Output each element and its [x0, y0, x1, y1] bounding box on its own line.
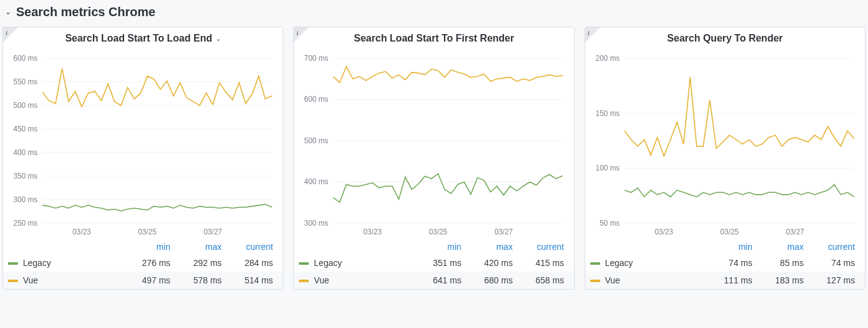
- panel-load-start-to-end: iSearch Load Start To Load End⌄250 ms300…: [2, 27, 283, 290]
- legend-swatch: [8, 262, 18, 265]
- svg-text:600 ms: 600 ms: [14, 54, 38, 63]
- svg-text:03/27: 03/27: [786, 228, 804, 236]
- chart-area[interactable]: 50 ms100 ms150 ms200 ms03/2303/2503/27: [585, 50, 865, 238]
- svg-text:03/23: 03/23: [73, 228, 91, 236]
- legend-value: 74 ms: [711, 254, 763, 272]
- svg-text:450 ms: 450 ms: [14, 125, 38, 133]
- panel-row: iSearch Load Start To Load End⌄250 ms300…: [0, 27, 868, 292]
- panel-query-to-render: iSearch Query To Render50 ms100 ms150 ms…: [585, 27, 866, 290]
- legend-series-label: Vue: [23, 275, 38, 285]
- legend-value: 514 ms: [232, 272, 283, 289]
- legend-row-vue[interactable]: Vue497 ms578 ms514 ms: [3, 272, 283, 289]
- legend-row-legacy[interactable]: Legacy276 ms292 ms284 ms: [3, 254, 283, 272]
- legend-table: .minmaxcurrentLegacy276 ms292 ms284 msVu…: [3, 239, 283, 289]
- info-icon: i: [588, 29, 590, 37]
- legend-row-legacy[interactable]: Legacy351 ms420 ms415 ms: [294, 254, 574, 272]
- legend-value: 127 ms: [813, 272, 865, 289]
- legend-header-current[interactable]: current: [523, 239, 574, 254]
- panel-title[interactable]: Search Query To Render: [667, 33, 782, 44]
- chart-svg: 250 ms300 ms350 ms400 ms450 ms500 ms550 …: [8, 52, 278, 238]
- svg-text:300 ms: 300 ms: [304, 219, 329, 228]
- legend-value: 85 ms: [762, 254, 813, 272]
- panel-title[interactable]: Search Load Start To Load End⌄: [65, 33, 221, 44]
- series-line: [624, 77, 854, 156]
- svg-text:150 ms: 150 ms: [595, 109, 619, 118]
- legend-value: 680 ms: [471, 272, 523, 289]
- info-icon: i: [6, 29, 7, 37]
- svg-text:03/27: 03/27: [495, 228, 513, 236]
- legend-swatch: [299, 280, 309, 282]
- panel-title-text: Search Load Start To Load End: [65, 33, 212, 44]
- legend-value: 497 ms: [129, 272, 180, 289]
- legend-header-current[interactable]: current: [813, 239, 865, 254]
- svg-text:500 ms: 500 ms: [14, 101, 38, 110]
- legend-header-current[interactable]: current: [232, 239, 283, 254]
- legend-header-max[interactable]: max: [762, 239, 813, 254]
- panel-load-start-to-first-render: iSearch Load Start To First Render300 ms…: [293, 27, 574, 290]
- svg-text:500 ms: 500 ms: [304, 136, 329, 145]
- legend-header-min[interactable]: min: [129, 239, 180, 254]
- panel-title[interactable]: Search Load Start To First Render: [354, 33, 514, 44]
- svg-text:600 ms: 600 ms: [304, 95, 329, 104]
- series-line: [334, 174, 563, 202]
- legend-value: 658 ms: [523, 272, 574, 289]
- panel-header[interactable]: iSearch Query To Render: [585, 27, 865, 50]
- series-line: [624, 185, 854, 197]
- legend-table: .minmaxcurrentLegacy351 ms420 ms415 msVu…: [294, 239, 574, 289]
- info-icon: i: [296, 29, 298, 37]
- svg-text:700 ms: 700 ms: [304, 54, 329, 63]
- panel-title-text: Search Query To Render: [667, 33, 782, 44]
- section-title: Search metrics Chrome: [16, 5, 156, 19]
- chevron-down-icon: ⌄: [216, 35, 221, 42]
- chart-area[interactable]: 250 ms300 ms350 ms400 ms450 ms500 ms550 …: [3, 50, 283, 238]
- legend-value: 351 ms: [420, 254, 471, 272]
- svg-text:03/23: 03/23: [655, 228, 673, 236]
- legend-header-max[interactable]: max: [471, 239, 523, 254]
- legend-swatch: [590, 280, 600, 282]
- legend-row-vue[interactable]: Vue641 ms680 ms658 ms: [294, 272, 574, 289]
- svg-text:03/25: 03/25: [138, 228, 157, 236]
- panel-header[interactable]: iSearch Load Start To First Render: [294, 27, 574, 50]
- chevron-down-icon: ⌄: [5, 8, 11, 16]
- svg-text:350 ms: 350 ms: [14, 172, 38, 180]
- legend-value: 284 ms: [232, 254, 283, 272]
- svg-text:550 ms: 550 ms: [14, 78, 38, 86]
- legend-value: 276 ms: [129, 254, 180, 272]
- svg-text:100 ms: 100 ms: [595, 164, 619, 172]
- legend-value: 292 ms: [180, 254, 232, 272]
- legend-swatch: [590, 262, 600, 265]
- legend-series-label: Vue: [314, 275, 329, 285]
- series-line: [42, 69, 272, 107]
- legend-header-min[interactable]: min: [711, 239, 763, 254]
- chart-svg: 50 ms100 ms150 ms200 ms03/2303/2503/27: [590, 52, 860, 238]
- chart-area[interactable]: 300 ms400 ms500 ms600 ms700 ms03/2303/25…: [294, 50, 574, 238]
- legend-series-label: Legacy: [605, 258, 633, 268]
- legend-swatch: [299, 262, 309, 265]
- legend-header-min[interactable]: min: [420, 239, 471, 254]
- panel-title-text: Search Load Start To First Render: [354, 33, 514, 44]
- svg-text:250 ms: 250 ms: [14, 219, 38, 228]
- svg-text:03/23: 03/23: [363, 228, 382, 236]
- svg-text:400 ms: 400 ms: [304, 177, 329, 186]
- legend-series-label: Legacy: [314, 258, 342, 268]
- legend-row-legacy[interactable]: Legacy74 ms85 ms74 ms: [585, 254, 865, 272]
- legend-value: 74 ms: [813, 254, 865, 272]
- panel-header[interactable]: iSearch Load Start To Load End⌄: [3, 27, 283, 50]
- chart-svg: 300 ms400 ms500 ms600 ms700 ms03/2303/25…: [299, 52, 569, 238]
- legend-value: 183 ms: [762, 272, 813, 289]
- series-line: [42, 205, 272, 211]
- legend-header-max[interactable]: max: [180, 239, 232, 254]
- svg-text:200 ms: 200 ms: [595, 54, 619, 63]
- section-header[interactable]: ⌄ Search metrics Chrome: [0, 0, 868, 27]
- legend-value: 641 ms: [420, 272, 471, 289]
- legend-value: 578 ms: [180, 272, 232, 289]
- svg-text:400 ms: 400 ms: [14, 148, 38, 157]
- series-line: [334, 66, 563, 82]
- svg-text:50 ms: 50 ms: [600, 219, 619, 228]
- legend-row-vue[interactable]: Vue111 ms183 ms127 ms: [585, 272, 865, 289]
- legend-value: 420 ms: [471, 254, 523, 272]
- svg-text:03/25: 03/25: [429, 228, 448, 236]
- legend-series-label: Legacy: [23, 258, 51, 268]
- legend-value: 111 ms: [711, 272, 763, 289]
- svg-text:300 ms: 300 ms: [14, 195, 38, 204]
